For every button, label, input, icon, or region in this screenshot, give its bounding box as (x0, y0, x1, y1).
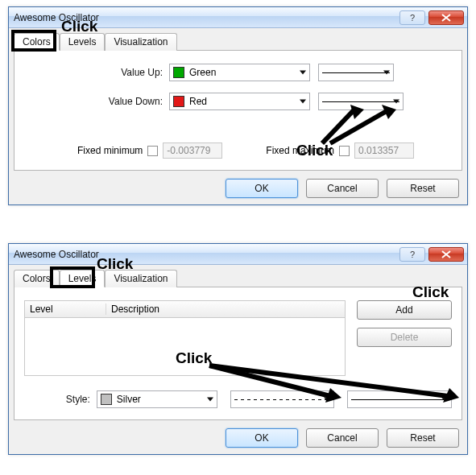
delete-button: Delete (357, 328, 452, 347)
chevron-down-icon (300, 100, 306, 104)
fixed-row: Fixed minimum -0.003779 Fixed maximum 0.… (24, 142, 452, 159)
levels-header: Level Description (24, 300, 346, 318)
tab-colors[interactable]: Colors (14, 270, 60, 287)
color-name: Silver (117, 394, 141, 405)
line-preview (322, 72, 390, 73)
value-down-row: Value Down: Red (24, 93, 452, 110)
style-pattern-select[interactable] (230, 390, 335, 408)
dialog-body: Colors Levels Visualization Level Descri… (9, 265, 467, 454)
button-bar: OK Cancel Reset (14, 171, 462, 200)
tab-content-levels: Level Description Add Delete Style: Silv… (14, 287, 462, 420)
add-button[interactable]: Add (357, 300, 452, 320)
dialog-body: Colors Levels Visualization Value Up: Gr… (9, 28, 467, 204)
fixed-max-input[interactable]: 0.013357 (354, 142, 414, 159)
fixed-max-label: Fixed maximum (266, 145, 334, 156)
levels-body[interactable] (24, 318, 346, 376)
color-swatch-red (173, 96, 184, 107)
line-preview (351, 399, 448, 400)
window-title: Awesome Oscillator (14, 12, 399, 23)
style-weight-select[interactable] (347, 390, 452, 408)
value-up-color-select[interactable]: Green (169, 64, 310, 81)
chevron-down-icon (383, 71, 390, 75)
close-button[interactable] (428, 10, 464, 25)
value-up-line-select[interactable] (318, 64, 394, 81)
chevron-down-icon (393, 100, 399, 104)
fixed-min-checkbox[interactable] (147, 146, 158, 156)
reset-button[interactable]: Reset (387, 179, 459, 198)
chevron-down-icon (300, 71, 306, 75)
fixed-max-checkbox[interactable] (339, 146, 350, 156)
value-down-color-select[interactable]: Red (169, 93, 310, 110)
ok-button[interactable]: OK (226, 428, 298, 448)
tab-visualization[interactable]: Visualization (105, 270, 176, 287)
button-bar: OK Cancel Reset (14, 420, 462, 449)
value-down-line-select[interactable] (318, 93, 404, 110)
tab-levels[interactable]: Levels (60, 33, 106, 51)
ok-button[interactable]: OK (226, 179, 298, 198)
value-up-label: Value Up: (24, 67, 169, 78)
color-name: Red (189, 96, 207, 107)
line-preview (322, 101, 399, 102)
fixed-min-label: Fixed minimum (77, 145, 143, 156)
color-swatch-silver (101, 394, 112, 405)
dialog-levels: Awesome Oscillator ? Colors Levels Visua… (8, 243, 468, 455)
help-button[interactable]: ? (399, 10, 425, 25)
col-description[interactable]: Description (106, 304, 345, 315)
cancel-button[interactable]: Cancel (306, 179, 379, 198)
titlebar[interactable]: Awesome Oscillator ? (9, 7, 467, 28)
tab-row: Colors Levels Visualization (14, 30, 462, 51)
tab-visualization[interactable]: Visualization (105, 33, 176, 51)
chevron-down-icon (324, 398, 330, 402)
chevron-down-icon (441, 398, 448, 402)
reset-button[interactable]: Reset (387, 428, 459, 448)
style-row: Style: Silver (24, 390, 452, 408)
tab-colors[interactable]: Colors (14, 33, 60, 51)
window-title: Awesome Oscillator (14, 249, 399, 260)
style-label: Style: (24, 394, 97, 405)
value-up-row: Value Up: Green (24, 64, 452, 81)
close-button[interactable] (428, 247, 464, 262)
tab-content-colors: Value Up: Green Value Down: Red (14, 50, 462, 171)
color-swatch-green (173, 67, 184, 78)
style-color-select[interactable]: Silver (97, 390, 217, 408)
col-level[interactable]: Level (25, 304, 106, 315)
dialog-colors: Awesome Oscillator ? Colors Levels Visua… (8, 6, 468, 205)
dashed-line-preview (234, 399, 331, 400)
levels-side-buttons: Add Delete (357, 300, 452, 376)
color-name: Green (189, 67, 216, 78)
chevron-down-icon (207, 398, 213, 402)
tab-levels[interactable]: Levels (60, 270, 106, 287)
levels-list: Level Description (24, 300, 346, 376)
titlebar[interactable]: Awesome Oscillator ? (9, 244, 467, 265)
cancel-button[interactable]: Cancel (306, 428, 379, 448)
tab-row: Colors Levels Visualization (14, 266, 462, 287)
help-button[interactable]: ? (399, 247, 425, 262)
fixed-min-input[interactable]: -0.003779 (163, 142, 222, 159)
value-down-label: Value Down: (24, 96, 169, 107)
